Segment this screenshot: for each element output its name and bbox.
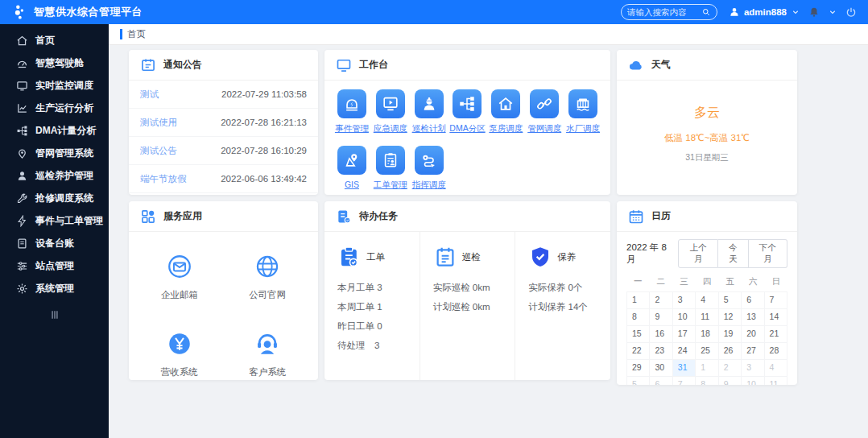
- calendar-day[interactable]: 6: [650, 377, 672, 385]
- sidebar-item[interactable]: 站点管理: [0, 254, 109, 277]
- workbench-app-tile[interactable]: [491, 89, 520, 118]
- workbench-app-tile[interactable]: [568, 89, 597, 118]
- workbench-app-label[interactable]: 管网调度: [527, 123, 561, 134]
- calendar-day[interactable]: 28: [765, 343, 787, 360]
- today-button[interactable]: 今天: [718, 239, 749, 268]
- calendar-day[interactable]: 9: [719, 377, 742, 385]
- calendar-day[interactable]: 9: [650, 309, 672, 326]
- sidebar-item[interactable]: 事件与工单管理: [0, 209, 109, 232]
- calendar-day[interactable]: 18: [696, 326, 718, 343]
- sidebar-item[interactable]: 管网管理系统: [0, 142, 109, 164]
- calendar-day[interactable]: 26: [719, 343, 742, 360]
- workbench-app-tile[interactable]: [530, 89, 559, 118]
- tab-home[interactable]: 首页: [120, 28, 146, 40]
- workbench-app-label[interactable]: GIS: [345, 180, 359, 189]
- notice-link[interactable]: 测试: [140, 89, 159, 101]
- workbench-app-label[interactable]: 指挥调度: [412, 180, 446, 191]
- service-app[interactable]: 营收系统: [135, 330, 224, 378]
- calendar-day[interactable]: 19: [719, 326, 742, 343]
- collapse-sidebar-icon[interactable]: [49, 309, 60, 320]
- service-app[interactable]: 客户系统: [224, 330, 312, 378]
- calendar-day[interactable]: 6: [742, 292, 764, 309]
- search-input[interactable]: [627, 7, 701, 17]
- workbench-app-label[interactable]: 水厂调度: [566, 123, 600, 134]
- calendar-day[interactable]: 15: [627, 326, 650, 343]
- workbench-app[interactable]: 工单管理: [371, 146, 410, 191]
- power-icon[interactable]: [845, 6, 857, 18]
- workbench-app-tile[interactable]: [376, 89, 405, 118]
- next-month-button[interactable]: 下个月: [749, 239, 787, 268]
- calendar-day[interactable]: 11: [765, 377, 787, 385]
- chevron-down-icon[interactable]: [791, 7, 800, 17]
- service-app[interactable]: 公司官网: [224, 253, 312, 301]
- sidebar-item[interactable]: 抢修调度系统: [0, 187, 109, 209]
- calendar-day[interactable]: 8: [696, 377, 718, 385]
- workbench-app-label[interactable]: 事件管理: [335, 123, 369, 134]
- calendar-day[interactable]: 30: [650, 360, 672, 377]
- chevron-down-icon[interactable]: [828, 7, 837, 17]
- sidebar-item[interactable]: DMA计量分析: [0, 119, 109, 142]
- calendar-day[interactable]: 22: [627, 343, 650, 360]
- workbench-app[interactable]: 应急调度: [371, 89, 410, 134]
- service-app[interactable]: 企业邮箱: [135, 253, 224, 301]
- workbench-app[interactable]: 指挥调度: [410, 146, 448, 191]
- notice-link[interactable]: 测试公告: [140, 145, 177, 157]
- sidebar-item[interactable]: 巡检养护管理: [0, 164, 109, 187]
- calendar-day[interactable]: 24: [673, 343, 696, 360]
- calendar-day[interactable]: 4: [696, 292, 718, 309]
- workbench-app-tile[interactable]: [415, 146, 444, 175]
- calendar-day[interactable]: 31: [673, 360, 696, 377]
- workbench-app[interactable]: 巡检计划: [410, 89, 448, 134]
- calendar-day[interactable]: 5: [627, 377, 650, 385]
- notice-link[interactable]: 测试使用: [140, 117, 177, 129]
- workbench-app-label[interactable]: 巡检计划: [412, 123, 446, 134]
- calendar-day[interactable]: 25: [696, 343, 718, 360]
- sidebar-item[interactable]: 智慧驾驶舱: [0, 52, 109, 74]
- calendar-day[interactable]: 27: [742, 343, 764, 360]
- workbench-app-tile[interactable]: [453, 89, 482, 118]
- sidebar-item[interactable]: 实时监控调度: [0, 74, 109, 97]
- calendar-day[interactable]: 14: [765, 309, 787, 326]
- calendar-day[interactable]: 3: [742, 360, 764, 377]
- calendar-day[interactable]: 21: [765, 326, 787, 343]
- calendar-day[interactable]: 16: [650, 326, 672, 343]
- calendar-day[interactable]: 13: [742, 309, 764, 326]
- calendar-day[interactable]: 29: [627, 360, 650, 377]
- workbench-app[interactable]: DMA分区: [448, 89, 487, 134]
- calendar-day[interactable]: 8: [627, 309, 650, 326]
- notice-link[interactable]: 端午节放假: [140, 173, 187, 185]
- workbench-app-tile[interactable]: [337, 89, 366, 118]
- workbench-app-tile[interactable]: [337, 146, 366, 175]
- calendar-day[interactable]: 23: [650, 343, 672, 360]
- user-menu[interactable]: admin888: [729, 6, 800, 18]
- sidebar-item[interactable]: 生产运行分析: [0, 97, 109, 119]
- workbench-app[interactable]: 泵房调度: [486, 89, 525, 134]
- calendar-day[interactable]: 17: [673, 326, 696, 343]
- calendar-day[interactable]: 11: [696, 309, 718, 326]
- workbench-app[interactable]: 管网调度: [525, 89, 564, 134]
- calendar-day[interactable]: 10: [742, 377, 764, 385]
- calendar-day[interactable]: 2: [650, 292, 672, 309]
- workbench-app[interactable]: 水厂调度: [564, 89, 602, 134]
- global-search[interactable]: [621, 4, 717, 20]
- workbench-app-label[interactable]: 工单管理: [374, 180, 407, 191]
- bell-icon[interactable]: [808, 6, 820, 18]
- workbench-app[interactable]: GIS: [333, 146, 371, 191]
- sidebar-item[interactable]: 系统管理: [0, 277, 109, 300]
- prev-month-button[interactable]: 上个月: [678, 239, 717, 268]
- workbench-app-label[interactable]: DMA分区: [449, 123, 485, 134]
- workbench-app-label[interactable]: 应急调度: [374, 123, 407, 134]
- sidebar-item[interactable]: 设备台账: [0, 232, 109, 254]
- calendar-day[interactable]: 1: [627, 292, 650, 309]
- workbench-app-tile[interactable]: [376, 146, 405, 175]
- search-icon[interactable]: [701, 7, 711, 17]
- sidebar-item[interactable]: 首页: [0, 29, 109, 52]
- calendar-day[interactable]: 4: [765, 360, 787, 377]
- workbench-app-tile[interactable]: [415, 89, 444, 118]
- workbench-app[interactable]: 事件管理: [333, 89, 371, 134]
- calendar-day[interactable]: 10: [673, 309, 696, 326]
- calendar-day[interactable]: 5: [719, 292, 742, 309]
- calendar-day[interactable]: 12: [719, 309, 742, 326]
- calendar-day[interactable]: 2: [719, 360, 742, 377]
- calendar-day[interactable]: 7: [673, 377, 696, 385]
